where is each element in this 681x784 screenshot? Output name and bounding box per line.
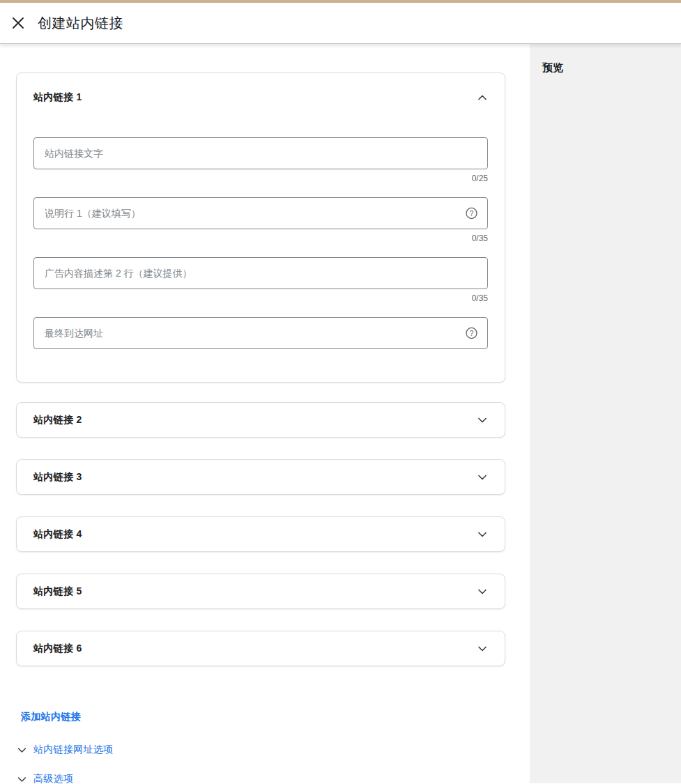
preview-title: 预览 (542, 61, 681, 75)
sitelink-url-options-toggle[interactable]: 站内链接网址选项 (16, 744, 113, 756)
sitelink-3-title: 站内链接 3 (33, 471, 82, 484)
sitelink-2-header[interactable]: 站内链接 2 (17, 403, 505, 437)
description-line-2-field-row: 0/35 (33, 257, 488, 303)
description-line-2-input[interactable] (33, 257, 488, 289)
chevron-down-icon[interactable] (475, 470, 489, 484)
sitelink-5-card: 站内链接 5 (16, 574, 505, 609)
dialog-header: 创建站内链接 (0, 3, 681, 44)
sitelink-2-title: 站内链接 2 (33, 414, 82, 426)
sitelink-4-title: 站内链接 4 (33, 528, 82, 541)
add-sitelink-button[interactable]: 添加站内链接 (21, 711, 81, 723)
preview-panel: 预览 (530, 44, 681, 783)
sitelink-1-body: 0/25 ? (17, 105, 505, 382)
chevron-up-icon[interactable] (475, 91, 489, 105)
advanced-options-toggle[interactable]: 高级选项 (16, 773, 73, 784)
chevron-down-icon[interactable] (475, 585, 489, 599)
help-circle-icon[interactable]: ? (465, 207, 478, 220)
sitelink-6-header[interactable]: 站内链接 6 (17, 631, 505, 666)
close-icon (12, 17, 24, 29)
advanced-options-label: 高级选项 (33, 773, 73, 784)
close-button[interactable] (6, 10, 31, 36)
create-sitelink-dialog: 创建站内链接 站内链接 1 (0, 0, 681, 783)
sitelink-1-card: 站内链接 1 0/25 (16, 72, 505, 383)
char-counter: 0/35 (33, 233, 488, 243)
svg-text:?: ? (470, 210, 474, 217)
char-counter: 0/25 (33, 174, 488, 183)
sitelink-2-card: 站内链接 2 (16, 402, 505, 438)
sitelink-5-title: 站内链接 5 (33, 585, 82, 598)
sitelink-1-title: 站内链接 1 (33, 91, 82, 104)
dialog-content: 站内链接 1 0/25 (0, 44, 681, 783)
sitelinks-form-column: 站内链接 1 0/25 (0, 44, 530, 783)
sitelink-3-header[interactable]: 站内链接 3 (17, 460, 505, 494)
chevron-down-icon (16, 744, 28, 756)
sitelink-6-title: 站内链接 6 (33, 643, 82, 655)
chevron-down-icon (16, 774, 28, 784)
sitelink-3-card: 站内链接 3 (16, 459, 505, 495)
chevron-down-icon[interactable] (475, 413, 489, 427)
chevron-down-icon[interactable] (475, 642, 489, 656)
char-counter (33, 353, 488, 363)
final-url-input[interactable] (33, 317, 488, 349)
dialog-title: 创建站内链接 (38, 14, 123, 33)
sitelink-4-card: 站内链接 4 (16, 516, 505, 552)
sitelink-6-card: 站内链接 6 (16, 631, 505, 666)
char-counter: 0/35 (33, 293, 488, 303)
description-line-1-field-row: ? 0/35 (33, 197, 488, 243)
final-url-field-row: ? (33, 317, 488, 363)
svg-text:?: ? (470, 330, 474, 337)
sitelink-text-field-row: 0/25 (33, 137, 488, 183)
description-line-1-input[interactable] (33, 197, 488, 229)
chevron-down-icon[interactable] (475, 528, 489, 541)
sitelink-url-options-label: 站内链接网址选项 (33, 744, 113, 756)
sitelink-4-header[interactable]: 站内链接 4 (17, 517, 505, 551)
sitelink-5-header[interactable]: 站内链接 5 (17, 574, 505, 608)
help-circle-icon[interactable]: ? (465, 327, 478, 340)
sitelink-text-input[interactable] (33, 137, 488, 169)
sitelink-1-header[interactable]: 站内链接 1 (17, 73, 505, 105)
